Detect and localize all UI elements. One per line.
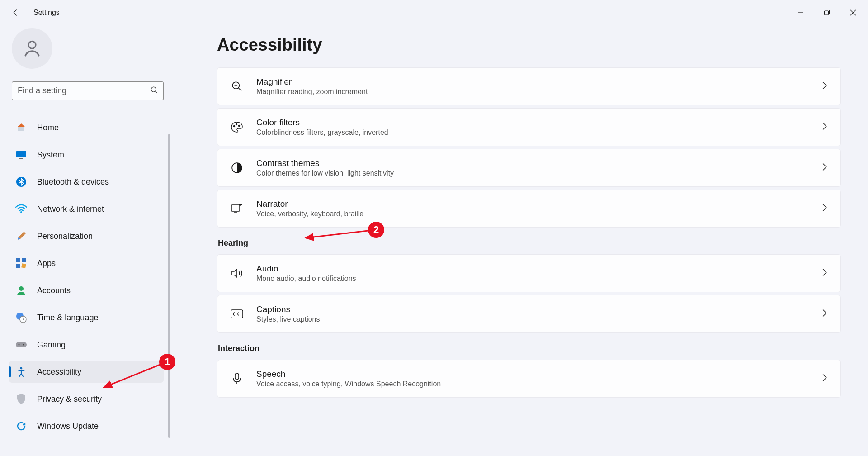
apps-icon: [15, 257, 27, 269]
chevron-right-icon: [821, 203, 828, 214]
annotation-arrow-2: [303, 229, 371, 242]
magnifier-icon: [230, 80, 244, 93]
svg-rect-12: [22, 258, 26, 262]
svg-rect-30: [231, 205, 240, 211]
svg-rect-14: [21, 263, 26, 268]
card-title: Captions: [256, 304, 821, 314]
svg-point-5: [151, 87, 156, 92]
annotation-badge-1: 1: [159, 354, 175, 370]
svg-rect-13: [16, 264, 20, 268]
svg-line-23: [238, 88, 241, 91]
gamepad-icon: [15, 339, 27, 351]
svg-point-26: [234, 126, 235, 127]
section-label-interaction: Interaction: [218, 344, 841, 353]
card-subtitle: Color themes for low vision, light sensi…: [256, 169, 821, 177]
card-subtitle: Mono audio, audio notifications: [256, 275, 821, 283]
sidebar-item-home[interactable]: Home: [9, 117, 164, 138]
card-speech[interactable]: Speech Voice access, voice typing, Windo…: [217, 360, 841, 398]
svg-rect-11: [16, 258, 20, 262]
card-captions[interactable]: Captions Styles, live captions: [217, 295, 841, 333]
card-audio[interactable]: Audio Mono audio, audio notifications: [217, 254, 841, 292]
sidebar-item-personalization[interactable]: Personalization: [9, 225, 164, 247]
home-icon: [15, 122, 27, 133]
search-input[interactable]: [18, 86, 150, 95]
narrator-icon: [230, 202, 244, 215]
card-subtitle: Voice, verbosity, keyboard, braille: [256, 210, 821, 218]
chevron-right-icon: [821, 81, 828, 92]
svg-rect-34: [235, 373, 239, 380]
sidebar-scrollbar[interactable]: [168, 134, 170, 438]
sidebar-item-label: Windows Update: [37, 422, 99, 431]
captions-icon: [230, 307, 244, 321]
sidebar-item-network[interactable]: Network & internet: [9, 198, 164, 220]
sidebar-item-apps[interactable]: Apps: [9, 252, 164, 274]
search-icon: [150, 86, 159, 96]
card-title: Speech: [256, 369, 821, 379]
window-title: Settings: [33, 9, 60, 17]
sidebar-item-label: Privacy & security: [37, 394, 102, 404]
svg-rect-33: [231, 310, 243, 318]
sidebar-item-label: System: [37, 150, 64, 160]
user-avatar[interactable]: [12, 28, 52, 69]
chevron-right-icon: [821, 373, 828, 384]
svg-line-6: [156, 91, 157, 93]
sidebar-item-label: Accessibility: [37, 367, 81, 377]
page-title: Accessibility: [217, 35, 852, 55]
sidebar-item-label: Personalization: [37, 232, 93, 241]
svg-point-27: [236, 124, 237, 125]
card-narrator[interactable]: Narrator Voice, verbosity, keyboard, bra…: [217, 190, 841, 228]
sidebar-item-label: Network & internet: [37, 204, 104, 214]
chevron-right-icon: [821, 309, 828, 319]
card-subtitle: Styles, live captions: [256, 315, 821, 323]
card-title: Contrast themes: [256, 158, 821, 168]
sidebar-item-label: Gaming: [37, 340, 66, 350]
svg-point-32: [240, 204, 241, 205]
close-button[interactable]: [840, 4, 866, 22]
card-subtitle: Colorblindness filters, grayscale, inver…: [256, 128, 821, 137]
svg-rect-18: [16, 342, 27, 347]
accessibility-icon: [15, 366, 27, 378]
search-field[interactable]: [12, 81, 164, 100]
card-contrast-themes[interactable]: Contrast themes Color themes for low vis…: [217, 149, 841, 187]
title-bar: Settings: [0, 0, 868, 25]
system-icon: [15, 149, 27, 161]
card-title: Magnifier: [256, 77, 821, 87]
card-title: Audio: [256, 264, 821, 274]
annotation-badge-2: 2: [368, 222, 384, 238]
sidebar-nav: Home System Bluetooth & devices Network …: [9, 117, 164, 456]
chevron-right-icon: [821, 122, 828, 133]
paintbrush-icon: [15, 230, 27, 242]
sidebar-item-gaming[interactable]: Gaming: [9, 334, 164, 356]
sidebar-item-windows-update[interactable]: Windows Update: [9, 415, 164, 437]
sidebar-item-accounts[interactable]: Accounts: [9, 280, 164, 301]
card-magnifier[interactable]: Magnifier Magnifier reading, zoom increm…: [217, 67, 841, 105]
window-controls: [788, 4, 866, 22]
chevron-right-icon: [821, 162, 828, 173]
accounts-icon: [15, 285, 27, 296]
main-content: Accessibility Magnifier Magnifier readin…: [172, 25, 868, 456]
card-subtitle: Voice access, voice typing, Windows Spee…: [256, 380, 821, 388]
clock-globe-icon: [15, 312, 27, 323]
maximize-button[interactable]: [814, 4, 840, 22]
svg-rect-8: [19, 158, 23, 159]
svg-point-20: [23, 344, 24, 346]
sidebar-item-label: Bluetooth & devices: [37, 177, 109, 187]
card-color-filters[interactable]: Color filters Colorblindness filters, gr…: [217, 108, 841, 146]
speaker-icon: [230, 266, 244, 280]
bluetooth-icon: [15, 176, 27, 188]
annotation-arrow-1: [100, 362, 164, 394]
sidebar-item-time-language[interactable]: Time & language: [9, 307, 164, 328]
minimize-button[interactable]: [788, 4, 814, 22]
svg-line-35: [104, 365, 160, 387]
sidebar-item-label: Time & language: [37, 313, 98, 323]
svg-point-4: [28, 41, 36, 48]
card-title: Narrator: [256, 199, 821, 209]
svg-point-15: [19, 286, 24, 291]
svg-point-28: [239, 125, 240, 127]
back-button[interactable]: [10, 7, 21, 18]
update-icon: [15, 420, 27, 432]
contrast-icon: [230, 161, 244, 175]
sidebar-item-bluetooth[interactable]: Bluetooth & devices: [9, 171, 164, 193]
sidebar-item-system[interactable]: System: [9, 144, 164, 166]
card-title: Color filters: [256, 118, 821, 128]
